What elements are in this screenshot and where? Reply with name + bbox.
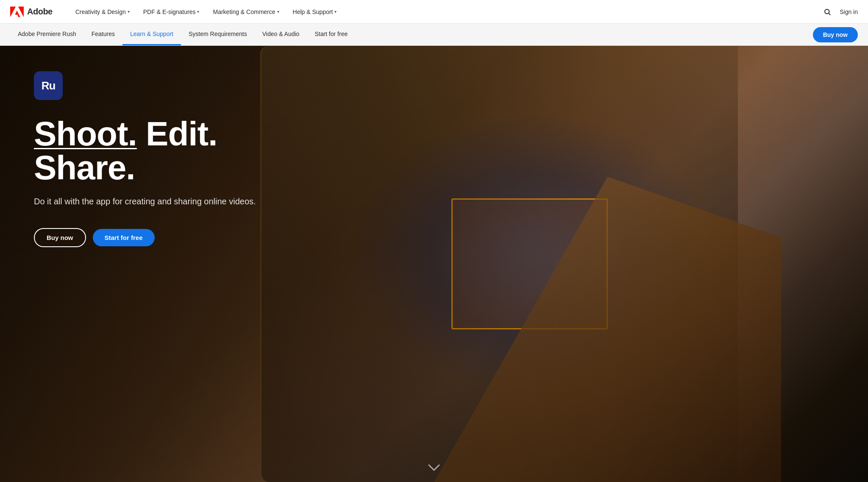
subnav-start-for-free[interactable]: Start for free — [307, 24, 355, 45]
chevron-down-icon: ▾ — [197, 9, 199, 14]
subnav-video-audio[interactable]: Video & Audio — [255, 24, 307, 45]
hero-subtitle: Do it all with the app for creating and … — [34, 195, 263, 208]
hero-start-free-button[interactable]: Start for free — [93, 229, 155, 246]
chevron-down-icon: ▾ — [277, 9, 279, 14]
search-icon — [823, 8, 831, 16]
subnav-premiere-rush[interactable]: Adobe Premiere Rush — [10, 24, 84, 45]
top-nav-links: Creativity & Design ▾ PDF & E-signatures… — [70, 5, 823, 19]
subnav-buy-now-button[interactable]: Buy now — [813, 27, 858, 42]
chevron-down-scroll-icon — [427, 463, 441, 472]
svg-point-0 — [825, 9, 829, 14]
adobe-logo-icon — [10, 6, 24, 18]
svg-line-1 — [829, 13, 831, 15]
hero-content: Ru Shoot. Edit. Share. Do it all with th… — [0, 46, 297, 273]
product-icon: Ru — [34, 71, 63, 100]
nav-help-support[interactable]: Help & Support ▾ — [287, 5, 343, 19]
product-sub-navigation: Adobe Premiere Rush Features Learn & Sup… — [0, 24, 868, 46]
subnav-learn-support[interactable]: Learn & Support — [122, 24, 181, 45]
hero-buy-now-button[interactable]: Buy now — [34, 228, 86, 247]
subnav-features[interactable]: Features — [84, 24, 122, 45]
chevron-down-icon: ▾ — [334, 9, 337, 14]
nav-pdf-esignatures[interactable]: PDF & E-signatures ▾ — [137, 5, 206, 19]
hero-title: Shoot. Edit. Share. — [34, 117, 263, 185]
nav-creativity-design[interactable]: Creativity & Design ▾ — [70, 5, 136, 19]
adobe-logo[interactable]: Adobe — [10, 6, 53, 18]
subnav-system-requirements[interactable]: System Requirements — [181, 24, 255, 45]
sign-in-link[interactable]: Sign in — [840, 8, 858, 15]
scroll-indicator — [427, 463, 441, 472]
adobe-wordmark: Adobe — [27, 7, 53, 17]
hero-section: Ru Shoot. Edit. Share. Do it all with th… — [0, 46, 868, 482]
top-nav-right: Sign in — [823, 8, 858, 16]
search-button[interactable] — [823, 8, 831, 16]
hero-title-underline: Shoot. — [34, 115, 137, 153]
top-navigation: Adobe Creativity & Design ▾ PDF & E-sign… — [0, 0, 868, 24]
hero-buttons: Buy now Start for free — [34, 228, 263, 247]
nav-marketing-commerce[interactable]: Marketing & Commerce ▾ — [207, 5, 285, 19]
chevron-down-icon: ▾ — [128, 9, 130, 14]
